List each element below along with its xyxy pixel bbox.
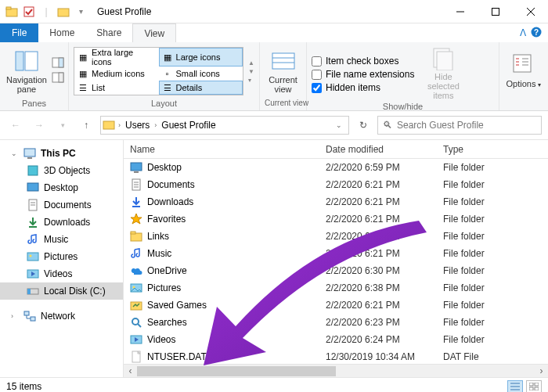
up-button[interactable]: ↑: [77, 116, 96, 135]
quick-newfolder-icon[interactable]: [55, 3, 72, 20]
thumbnails-view-button[interactable]: [526, 380, 542, 393]
expand-icon[interactable]: ›: [11, 312, 19, 320]
details-view-button[interactable]: [507, 380, 523, 393]
svg-rect-11: [25, 52, 38, 70]
address-seg-guest[interactable]: Guest Profile: [160, 120, 217, 131]
svg-rect-59: [529, 387, 533, 390]
nav-item[interactable]: Local Disk (C:): [0, 282, 123, 300]
horizontal-scrollbar[interactable]: ‹ ›: [124, 364, 548, 377]
file-row[interactable]: Desktop2/2/2020 6:59 PMFile folder: [124, 159, 548, 176]
address-chevron[interactable]: ›: [153, 121, 158, 129]
file-row[interactable]: Documents2/2/2020 6:21 PMFile folder: [124, 176, 548, 193]
file-row[interactable]: Favorites2/2/2020 6:21 PMFile folder: [124, 210, 548, 228]
nav-this-pc[interactable]: ⌄ This PC: [0, 145, 123, 162]
layout-scroll-up[interactable]: ▲: [248, 59, 254, 67]
col-name[interactable]: Name: [124, 140, 319, 158]
file-row[interactable]: Downloads2/2/2020 6:21 PMFile folder: [124, 193, 548, 210]
svg-rect-39: [134, 171, 139, 173]
share-tab[interactable]: Share: [85, 23, 132, 42]
file-row[interactable]: Searches2/2/2020 6:23 PMFile folder: [124, 314, 548, 331]
current-view-button[interactable]: Current view: [265, 47, 301, 95]
col-date[interactable]: Date modified: [319, 140, 437, 158]
address-seg-users[interactable]: Users: [124, 120, 151, 131]
item-check-boxes[interactable]: Item check boxes: [312, 56, 414, 67]
file-row[interactable]: Videos2/2/2020 6:24 PMFile folder: [124, 331, 548, 348]
nav-item[interactable]: Music: [0, 231, 123, 248]
layout-list[interactable]: ☰List: [74, 81, 159, 95]
file-date: 2/2/2020 6:59 PM: [319, 162, 437, 173]
file-icon: [130, 351, 142, 363]
file-row[interactable]: NTUSER.DAT12/30/2019 10:34 AMDAT File: [124, 348, 548, 364]
layout-small[interactable]: ▫Small icons: [159, 67, 243, 81]
quick-customize-icon[interactable]: ▾: [72, 3, 89, 20]
refresh-button[interactable]: ↻: [354, 116, 373, 135]
file-list[interactable]: Desktop2/2/2020 6:59 PMFile folderDocume…: [124, 159, 548, 364]
search-box[interactable]: 🔍︎ Search Guest Profile: [377, 116, 542, 135]
address-dropdown[interactable]: ⌄: [331, 121, 347, 129]
recent-locations[interactable]: ▾: [53, 116, 72, 135]
scroll-thumb[interactable]: [137, 366, 336, 376]
nav-item[interactable]: Pictures: [0, 248, 123, 265]
navigation-pane-button[interactable]: Navigation pane: [5, 47, 49, 95]
address-root-icon[interactable]: [103, 118, 115, 133]
view-tab[interactable]: View: [132, 23, 176, 42]
file-row[interactable]: Saved Games2/2/2020 6:21 PMFile folder: [124, 297, 548, 314]
file-name-extensions[interactable]: File name extensions: [312, 69, 414, 80]
svg-rect-22: [103, 121, 114, 129]
nav-item[interactable]: Videos: [0, 265, 123, 282]
details-pane-icon[interactable]: [52, 72, 64, 85]
minimize-button[interactable]: [442, 0, 478, 23]
help-icon[interactable]: ?: [531, 27, 542, 40]
file-icon: [130, 196, 142, 208]
nav-item[interactable]: Downloads: [0, 214, 123, 231]
hidden-items[interactable]: Hidden items: [312, 82, 414, 93]
layout-extra-large[interactable]: ▦Extra large icons: [74, 48, 159, 67]
nav-item-label: Music: [44, 234, 68, 245]
layout-view-list[interactable]: ▦Extra large icons ▦Large icons ▦Medium …: [74, 47, 243, 95]
nav-item-icon: [27, 233, 39, 246]
collapse-ribbon-icon[interactable]: ᐱ: [520, 27, 526, 38]
nav-item[interactable]: Documents: [0, 196, 123, 214]
layout-scroll-down[interactable]: ▼: [248, 68, 254, 75]
file-row[interactable]: Links2/2/2020 6:21 PMFile folder: [124, 228, 548, 245]
quick-folder-icon[interactable]: [3, 3, 20, 20]
svg-text:?: ?: [534, 28, 539, 37]
close-button[interactable]: [513, 0, 548, 23]
file-row[interactable]: Pictures2/2/2020 6:38 PMFile folder: [124, 279, 548, 297]
file-tab[interactable]: File: [0, 23, 38, 42]
nav-item[interactable]: 3D Objects: [0, 162, 123, 179]
back-button[interactable]: ←: [6, 116, 25, 135]
home-tab[interactable]: Home: [38, 23, 85, 42]
layout-medium[interactable]: ▦Medium icons: [74, 67, 159, 81]
nav-item-label: Local Disk (C:): [44, 286, 106, 297]
column-headers[interactable]: Name Date modified Type: [124, 140, 548, 159]
address-bar[interactable]: › Users › Guest Profile ⌄: [100, 116, 349, 135]
svg-rect-60: [535, 387, 539, 390]
col-type[interactable]: Type: [437, 140, 548, 158]
layout-large[interactable]: ▦Large icons: [159, 48, 243, 67]
file-name: Videos: [147, 334, 175, 345]
maximize-button[interactable]: [478, 0, 513, 23]
file-name: OneDrive: [147, 265, 187, 276]
file-date: 2/2/2020 6:21 PM: [319, 179, 437, 190]
layout-scroll-more[interactable]: ▾: [248, 77, 254, 84]
navigation-tree[interactable]: ⌄ This PC 3D ObjectsDesktopDocumentsDown…: [0, 140, 124, 377]
layout-details[interactable]: ☰Details: [159, 81, 243, 95]
file-row[interactable]: OneDrive2/2/2020 6:30 PMFile folder: [124, 262, 548, 279]
nav-item[interactable]: Desktop: [0, 179, 123, 196]
scroll-left[interactable]: ‹: [124, 365, 137, 378]
preview-pane-icon[interactable]: [52, 57, 64, 70]
svg-rect-13: [59, 58, 63, 67]
nav-network[interactable]: › Network: [0, 307, 123, 325]
file-type: DAT File: [437, 351, 548, 362]
address-chevron[interactable]: ›: [117, 121, 122, 129]
file-icon: [130, 316, 142, 329]
status-item-count: 15 items: [6, 381, 41, 392]
expand-icon[interactable]: ⌄: [11, 149, 19, 157]
scroll-right[interactable]: ›: [535, 365, 548, 378]
file-type: File folder: [437, 162, 548, 173]
file-row[interactable]: Music2/2/2020 6:21 PMFile folder: [124, 245, 548, 262]
quick-properties-icon[interactable]: [20, 3, 38, 20]
svg-rect-24: [27, 157, 32, 159]
options-button[interactable]: Options ▾: [504, 51, 543, 92]
